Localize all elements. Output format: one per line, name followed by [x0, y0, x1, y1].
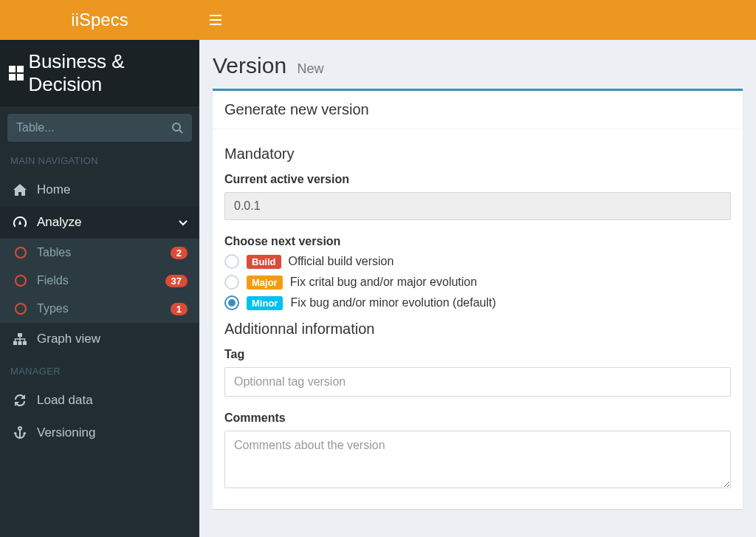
brand-blocks-icon [9, 66, 24, 81]
label-choose-next: Choose next version [224, 235, 731, 248]
nav-versioning-label: Versioning [37, 425, 188, 440]
panel-title: Generate new version [213, 91, 743, 129]
nav-analyze-label: Analyze [37, 215, 179, 230]
subnav-tables-label: Tables [37, 246, 171, 259]
current-version-value: 0.0.1 [224, 192, 731, 220]
option-build-text: Official build version [289, 255, 394, 268]
input-tag[interactable] [224, 367, 731, 397]
nav-load-data-label: Load data [37, 393, 188, 408]
subnav-fields-label: Fields [37, 274, 165, 287]
option-major[interactable]: Major Fix crital bug and/or major evolut… [224, 275, 731, 290]
nav-analyze[interactable]: Analyze [0, 206, 199, 239]
label-tag: Tag [224, 348, 731, 361]
svg-rect-8 [23, 341, 27, 345]
label-comments: Comments [224, 411, 731, 425]
svg-point-9 [18, 427, 21, 430]
option-minor-text: Fix bug and/or minor evolution (default) [290, 296, 495, 309]
option-minor[interactable]: Minor Fix bug and/or minor evolution (de… [224, 295, 731, 310]
section-additional: Additionnal information [224, 321, 731, 338]
app-name: iSpecs [75, 10, 128, 30]
nav-load-data[interactable]: Load data [0, 384, 199, 417]
circle-icon [15, 303, 27, 315]
circle-icon [15, 247, 27, 259]
svg-rect-5 [18, 333, 22, 337]
svg-point-3 [173, 123, 180, 131]
svg-rect-6 [13, 341, 17, 345]
panel-body: Mandatory Current active version 0.0.1 C… [213, 129, 743, 509]
sidebar: Business & Decision MAIN NAVIGATION Home… [0, 40, 199, 537]
page-subtitle: New [298, 61, 324, 76]
sitemap-icon [12, 333, 28, 345]
label-current-version: Current active version [224, 173, 731, 186]
svg-rect-0 [210, 15, 221, 16]
section-main-navigation: MAIN NAVIGATION [0, 145, 199, 174]
nav-home[interactable]: Home [0, 174, 199, 206]
analyze-subnav: Tables 2 Fields 37 Types 1 [0, 239, 199, 323]
textarea-comments[interactable] [224, 431, 731, 488]
dashboard-icon [12, 216, 28, 228]
svg-rect-1 [210, 19, 221, 21]
badge-build: Build [247, 255, 281, 269]
refresh-icon [12, 394, 28, 406]
badge-tables-count: 2 [171, 247, 188, 259]
subnav-fields[interactable]: Fields 37 [0, 267, 199, 295]
brand-name: Business & Decision [29, 50, 192, 96]
page-title: Version [213, 53, 286, 78]
radio-build[interactable] [224, 254, 239, 269]
nav-home-label: Home [37, 182, 188, 197]
svg-line-4 [179, 130, 182, 133]
content-header: Version New [199, 40, 756, 89]
content: Version New Generate new version Mandato… [199, 40, 756, 537]
badge-fields-count: 37 [165, 275, 188, 287]
panel-generate-version: Generate new version Mandatory Current a… [213, 89, 743, 509]
home-icon [12, 184, 28, 196]
app-logo[interactable]: iiSpecs [0, 0, 199, 40]
circle-icon [15, 275, 27, 287]
subnav-types[interactable]: Types 1 [0, 295, 199, 323]
option-major-text: Fix crital bug and/or major evolution [290, 276, 477, 289]
nav-versioning[interactable]: Versioning [0, 417, 199, 449]
anchor-icon [12, 426, 28, 439]
topbar: iiSpecs [0, 0, 756, 40]
option-build[interactable]: Build Official build version [224, 254, 731, 269]
badge-major: Major [247, 276, 283, 290]
section-mandatory: Mandatory [224, 146, 731, 163]
badge-types-count: 1 [171, 303, 188, 315]
radio-minor[interactable] [224, 295, 239, 310]
hamburger-icon [210, 15, 221, 25]
search-box[interactable] [7, 114, 192, 142]
chevron-down-icon [179, 215, 188, 230]
radio-major[interactable] [224, 275, 239, 290]
brand[interactable]: Business & Decision [0, 40, 199, 106]
svg-rect-2 [210, 24, 221, 25]
badge-minor: Minor [247, 296, 283, 310]
sidebar-toggle[interactable] [199, 0, 232, 40]
section-manager: MANAGER [0, 355, 199, 384]
svg-rect-7 [18, 341, 22, 345]
subnav-tables[interactable]: Tables 2 [0, 239, 199, 267]
nav-graph-label: Graph view [37, 332, 188, 346]
nav-graph-view[interactable]: Graph view [0, 323, 199, 355]
search-icon[interactable] [171, 122, 183, 134]
search-input[interactable] [16, 121, 171, 134]
subnav-types-label: Types [37, 302, 171, 315]
